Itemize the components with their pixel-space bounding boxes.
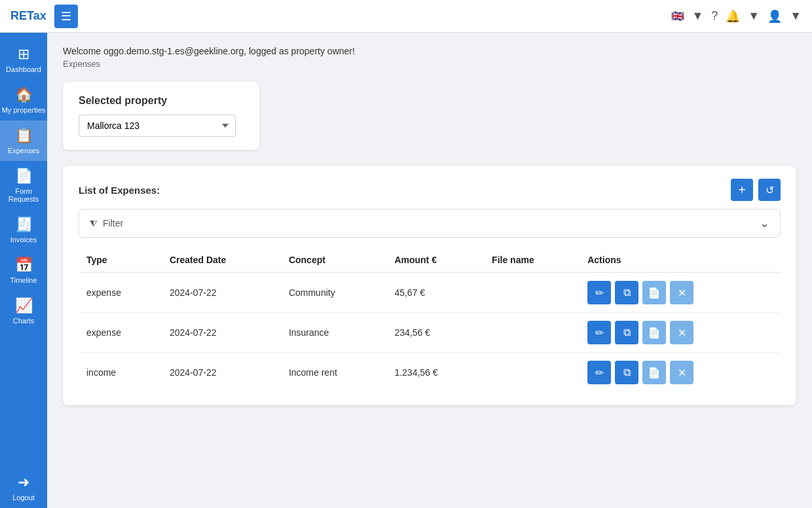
expenses-icon: 📋 — [15, 127, 33, 144]
timeline-icon: 📅 — [15, 257, 33, 274]
brand-logo[interactable]: RETax — [10, 9, 46, 23]
document-button[interactable]: 📄 — [642, 321, 666, 344]
charts-icon: 📈 — [15, 297, 33, 314]
list-section: List of Expenses: + ↺ ⧨ Filter ⌄ Type Cr… — [63, 166, 796, 405]
invoices-icon: 🧾 — [15, 216, 33, 233]
col-created-date: Created Date — [162, 248, 281, 272]
property-card-title: Selected property — [79, 95, 244, 107]
delete-button[interactable]: ✕ — [670, 321, 693, 344]
list-actions: + ↺ — [731, 179, 781, 201]
language-chevron-icon: ▼ — [692, 9, 704, 23]
col-file-name: File name — [484, 248, 580, 272]
sidebar-item-dashboard[interactable]: ⊞ Dashboard — [0, 39, 47, 80]
filter-label: ⧨ Filter — [90, 218, 123, 229]
sidebar-item-label: Invoices — [10, 236, 37, 244]
cell-amount: 234,56 € — [386, 313, 484, 353]
filter-text: Filter — [103, 218, 123, 228]
form-requests-icon: 📄 — [15, 168, 33, 185]
sidebar-item-label: Dashboard — [6, 65, 41, 73]
cell-actions: ✏ ⧉ 📄 ✕ — [580, 272, 781, 313]
sidebar-item-label: Form Requests — [0, 187, 47, 203]
filter-icon: ⧨ — [90, 218, 98, 229]
cell-concept: Community — [281, 272, 387, 313]
row-actions: ✏ ⧉ 📄 ✕ — [587, 321, 773, 344]
list-header: List of Expenses: + ↺ — [79, 179, 781, 201]
copy-button[interactable]: ⧉ — [615, 281, 638, 304]
property-card: Selected property Mallorca 123 Other pro… — [63, 82, 259, 150]
table-header-row: Type Created Date Concept Amount € File … — [79, 248, 781, 272]
col-type: Type — [79, 248, 162, 272]
expenses-table: Type Created Date Concept Amount € File … — [79, 248, 781, 392]
col-concept: Concept — [281, 248, 387, 272]
list-title: List of Expenses: — [79, 185, 160, 196]
document-button[interactable]: 📄 — [642, 361, 666, 384]
help-icon[interactable]: ? — [711, 9, 718, 23]
cell-concept: Income rent — [281, 353, 387, 393]
cell-file-name — [484, 353, 580, 393]
cell-type: income — [79, 353, 162, 393]
col-actions: Actions — [580, 248, 781, 272]
sidebar-item-label: Expenses — [8, 147, 39, 154]
notifications-chevron-icon: ▼ — [748, 9, 760, 23]
cell-actions: ✏ ⧉ 📄 ✕ — [580, 313, 781, 353]
delete-button[interactable]: ✕ — [670, 281, 693, 304]
cell-created-date: 2024-07-22 — [162, 353, 281, 393]
row-actions: ✏ ⧉ 📄 ✕ — [587, 281, 773, 304]
copy-button[interactable]: ⧉ — [615, 361, 638, 384]
notifications-icon[interactable]: 🔔 — [726, 9, 740, 24]
user-avatar-icon[interactable]: 👤 — [767, 9, 782, 24]
menu-toggle-button[interactable]: ☰ — [54, 5, 78, 28]
row-actions: ✏ ⧉ 📄 ✕ — [587, 361, 773, 384]
cell-amount: 45,67 € — [386, 272, 484, 313]
property-select[interactable]: Mallorca 123 Other property — [79, 115, 236, 137]
sidebar-item-label: Charts — [13, 317, 34, 325]
cell-file-name — [484, 313, 580, 353]
cell-created-date: 2024-07-22 — [162, 313, 281, 353]
main-content: Welcome oggo.demo.stg-1.es@geekline.org,… — [47, 33, 812, 508]
cell-type: expense — [79, 313, 162, 353]
filter-bar[interactable]: ⧨ Filter ⌄ — [79, 209, 781, 238]
col-amount: Amount € — [386, 248, 484, 272]
welcome-text: Welcome oggo.demo.stg-1.es@geekline.org,… — [63, 46, 796, 56]
cell-actions: ✏ ⧉ 📄 ✕ — [580, 353, 781, 393]
table-row: expense 2024-07-22 Community 45,67 € ✏ ⧉… — [79, 272, 781, 313]
cell-amount: 1.234,56 € — [386, 353, 484, 393]
edit-button[interactable]: ✏ — [587, 361, 611, 384]
breadcrumb: Expenses — [63, 59, 796, 69]
properties-icon: 🏠 — [15, 86, 33, 103]
sidebar-item-charts[interactable]: 📈 Charts — [0, 291, 47, 331]
sidebar-item-form-requests[interactable]: 📄 Form Requests — [0, 161, 47, 209]
user-chevron-icon: ▼ — [790, 9, 802, 23]
copy-button[interactable]: ⧉ — [615, 321, 638, 344]
edit-button[interactable]: ✏ — [587, 281, 611, 304]
cell-type: expense — [79, 272, 162, 313]
cell-created-date: 2024-07-22 — [162, 272, 281, 313]
language-selector[interactable]: 🇬🇧 — [671, 10, 684, 22]
table-row: income 2024-07-22 Income rent 1.234,56 €… — [79, 353, 781, 393]
sidebar-item-label: My properties — [2, 106, 46, 114]
sidebar-item-logout[interactable]: ➜ Logout — [0, 467, 47, 508]
sidebar-item-timeline[interactable]: 📅 Timeline — [0, 250, 47, 291]
cell-concept: Insurance — [281, 313, 387, 353]
dashboard-icon: ⊞ — [18, 46, 29, 63]
sidebar-item-label: Logout — [12, 494, 35, 501]
filter-chevron-icon: ⌄ — [760, 216, 769, 230]
delete-button[interactable]: ✕ — [670, 361, 693, 384]
sidebar: ⊞ Dashboard 🏠 My properties 📋 Expenses 📄… — [0, 33, 47, 508]
table-row: expense 2024-07-22 Insurance 234,56 € ✏ … — [79, 313, 781, 353]
document-button[interactable]: 📄 — [642, 281, 666, 304]
add-expense-button[interactable]: + — [731, 179, 753, 201]
sidebar-item-label: Timeline — [10, 276, 37, 284]
refresh-button[interactable]: ↺ — [758, 179, 781, 201]
logout-icon: ➜ — [18, 474, 29, 491]
sidebar-item-my-properties[interactable]: 🏠 My properties — [0, 80, 47, 120]
sidebar-item-invoices[interactable]: 🧾 Invoices — [0, 209, 47, 250]
sidebar-item-expenses[interactable]: 📋 Expenses — [0, 120, 47, 161]
cell-file-name — [484, 272, 580, 313]
edit-button[interactable]: ✏ — [587, 321, 611, 344]
